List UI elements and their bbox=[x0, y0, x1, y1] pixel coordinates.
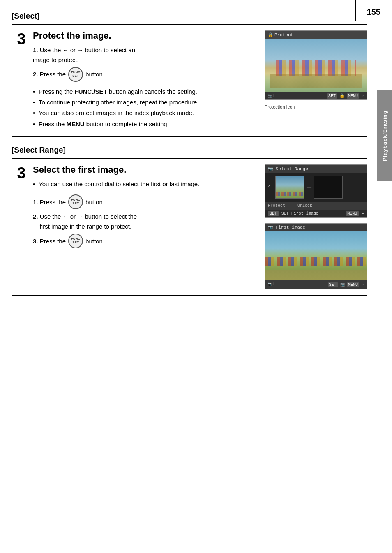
select-range-instructions: 1. Press the FUNCSET button. 2. Use the … bbox=[33, 194, 261, 248]
select-range-step-block: 3 Select the first image. You can use th… bbox=[12, 158, 367, 296]
select-screen-image bbox=[265, 39, 367, 92]
sr-instr1-num: 1. Press the bbox=[33, 197, 66, 207]
sr1-menu-label: MENU ↩ bbox=[346, 211, 364, 216]
select-screen-top-bar: 🔒 Protect bbox=[265, 31, 367, 39]
fi-bottom-bar: 📷L SET 📷 MENU ↩ bbox=[265, 280, 367, 289]
select-instr2-num: 2. Press the bbox=[33, 69, 66, 79]
sand-area bbox=[270, 74, 361, 88]
select-bullets: Pressing the FUNC./SET button again canc… bbox=[33, 87, 261, 129]
sr-instr2-num: 2. Use the bbox=[33, 213, 63, 220]
select-step-number: 3 bbox=[12, 30, 31, 47]
arrow-right-2: → bbox=[77, 213, 83, 220]
select-instruction-1: 1. Use the ← or → button to select anima… bbox=[33, 45, 261, 65]
select-range-step-title: Select the first image. bbox=[33, 164, 261, 175]
select-range-step-content: Select the first image. You can use the … bbox=[33, 164, 367, 289]
sr1-middle: 4 — bbox=[265, 173, 367, 202]
select-bullet-4: Press the MENU button to complete the se… bbox=[33, 119, 261, 129]
sr-instr3-text: button. bbox=[85, 236, 104, 246]
select-range-screen-2: 📷 First image bbox=[265, 223, 367, 289]
select-section-header: [Select] bbox=[12, 12, 367, 21]
select-screen-top-label: Protect bbox=[274, 32, 293, 37]
select-step-title: Protect the image. bbox=[33, 30, 261, 41]
sr1-unlock-label: Unlock bbox=[297, 204, 312, 208]
arrow-left-1: ← bbox=[63, 47, 69, 53]
select-range-step-number: 3 bbox=[12, 164, 31, 181]
select-instr1-or: or bbox=[70, 46, 78, 53]
sr1-thumb-umbrellas bbox=[276, 192, 304, 196]
fi-top-label: First image bbox=[276, 225, 306, 230]
arrow-left-2: ← bbox=[63, 213, 69, 220]
func-set-btn-3: FUNCSET bbox=[68, 234, 83, 248]
select-range-section: [Select Range] 3 Select the first image.… bbox=[12, 146, 367, 296]
select-range-step-body: You can use the control dial to select t… bbox=[33, 179, 261, 248]
sr-instruction-1: 1. Press the FUNCSET button. bbox=[33, 194, 261, 209]
select-step-row: Protect the image. 1. Use the ← or → but… bbox=[33, 30, 367, 130]
fi-bottom-left: 📷L bbox=[268, 282, 275, 287]
sr1-set-bar: SET SET First image MENU ↩ bbox=[265, 210, 367, 217]
sr1-top-bar: 📷 Select Range bbox=[265, 165, 367, 173]
page-number: 155 bbox=[367, 7, 380, 17]
sr1-protect-label: Protect bbox=[268, 204, 285, 208]
sr1-thumb-1 bbox=[275, 176, 304, 199]
select-step-content: Protect the image. 1. Use the ← or → but… bbox=[33, 30, 367, 130]
select-step-left: Protect the image. 1. Use the ← or → but… bbox=[33, 30, 261, 130]
select-range-bullet-1: You can use the control dial to select t… bbox=[33, 179, 261, 189]
select-instruction-2: 2. Press the FUNCSET button. bbox=[33, 67, 261, 82]
fi-beach-scene bbox=[265, 231, 367, 280]
sr-instruction-2: 2. Use the ← or → button to select the f… bbox=[33, 212, 261, 231]
umbrellas-1 bbox=[276, 60, 357, 76]
select-bullet-1: Pressing the FUNC./SET button again canc… bbox=[33, 87, 261, 96]
select-screen-bottom-left: 📷L bbox=[268, 94, 275, 98]
sr1-bottom-left: Protect Unlock bbox=[268, 204, 312, 208]
sr1-set-label: SET SET First image bbox=[268, 211, 318, 216]
sr1-thumb-2 bbox=[314, 176, 343, 199]
page-number-bar: 155 bbox=[355, 0, 392, 21]
select-screen-bottom-right: SET 🔒 MENU ↩ bbox=[327, 93, 364, 98]
arrow-right-1: → bbox=[77, 47, 83, 53]
main-content: [Select] 3 Protect the image. 1. Use the… bbox=[0, 0, 392, 308]
sr1-thumb-img bbox=[276, 176, 304, 198]
fi-top-bar: 📷 First image bbox=[265, 224, 367, 231]
select-range-screen-1: 📷 Select Range 4 bbox=[265, 164, 367, 218]
fi-bottom-right: SET 📷 MENU ↩ bbox=[328, 282, 364, 287]
select-screen-bottom-bar: 📷L SET 🔒 MENU ↩ bbox=[265, 92, 367, 99]
select-step-right: 🔒 Protect bbox=[261, 30, 367, 130]
select-bullet-3: You can also protect images in the index… bbox=[33, 108, 261, 118]
sr-instruction-3: 3. Press the FUNCSET button. bbox=[33, 234, 261, 248]
select-bullet-2: To continue protecting other images, rep… bbox=[33, 97, 261, 107]
beach-scene-1 bbox=[265, 39, 367, 92]
select-range-step-row: Select the first image. You can use the … bbox=[33, 164, 367, 289]
sr-instr2-or: or bbox=[70, 213, 78, 220]
side-tab: Playback/Erasing bbox=[377, 90, 392, 181]
fi-sand bbox=[265, 270, 367, 280]
select-instr1-num: 1. Use the bbox=[33, 46, 63, 53]
protection-icon-caption: Protection Icon bbox=[265, 104, 295, 109]
select-step-body: 1. Use the ← or → button to select anima… bbox=[33, 45, 261, 129]
sr1-first-image-label: SET First image bbox=[281, 211, 318, 216]
select-instr2-text: button. bbox=[85, 69, 104, 79]
select-range-step-left: Select the first image. You can use the … bbox=[33, 164, 261, 289]
sr1-bottom-bar: Protect Unlock bbox=[265, 202, 367, 210]
func-set-btn-2: FUNCSET bbox=[68, 194, 83, 209]
fi-umbrellas bbox=[265, 257, 367, 266]
sr-instr1-text: button. bbox=[85, 197, 104, 207]
select-range-header: [Select Range] bbox=[12, 146, 367, 155]
fi-image bbox=[265, 231, 367, 280]
sr1-number: 4 bbox=[268, 184, 273, 190]
select-range-step-right: 📷 Select Range 4 bbox=[261, 164, 367, 289]
sr-instr3-num: 3. Press the bbox=[33, 236, 66, 246]
sr1-dash: — bbox=[307, 183, 311, 192]
select-camera-screen: 🔒 Protect bbox=[265, 30, 367, 100]
select-step-block: 3 Protect the image. 1. Use the ← or → b… bbox=[12, 24, 367, 137]
func-set-btn-1: FUNCSET bbox=[68, 67, 83, 82]
sr1-top-label: Select Range bbox=[276, 167, 308, 171]
